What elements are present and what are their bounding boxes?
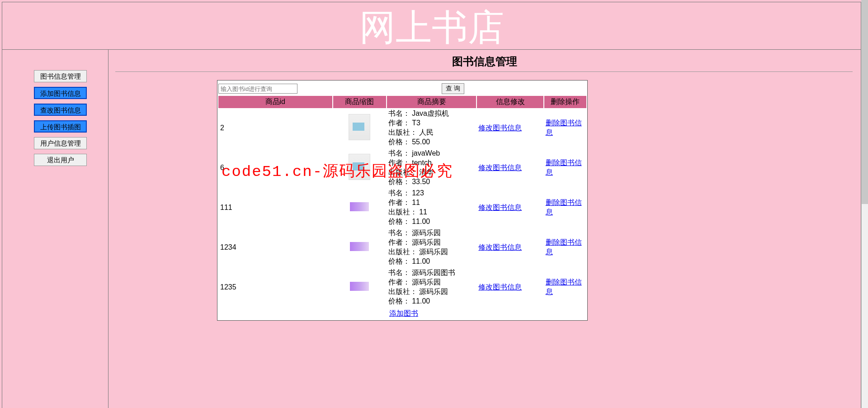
search-input[interactable] <box>218 84 297 94</box>
table-add-row: 添加图书 <box>218 307 586 319</box>
sidebar-item-1[interactable]: 添加图书信息 <box>34 87 87 99</box>
modify-book-link[interactable]: 修改图书信息 <box>478 204 522 211</box>
table-header-1: 商品缩图 <box>333 96 387 108</box>
site-title: 网上书店 <box>2 6 861 49</box>
table-header-3: 信息修改 <box>476 96 544 108</box>
cell-id: 2 <box>218 108 333 148</box>
cell-modify: 修改图书信息 <box>476 148 544 188</box>
cell-thumbnail <box>333 148 387 188</box>
delete-book-link[interactable]: 删除图书信息 <box>546 278 582 295</box>
table-row: 2书名： Java虚拟机作者： T3出版社： 人民价格： 55.00修改图书信息… <box>218 108 586 148</box>
cell-thumbnail <box>333 228 387 267</box>
cell-id: 111 <box>218 188 333 228</box>
cell-summary: 书名： 源码乐园作者： 源码乐园出版社： 源码乐园价格： 11.00 <box>387 228 476 267</box>
cell-modify: 修改图书信息 <box>476 108 544 148</box>
cell-summary: 书名： Java虚拟机作者： T3出版社： 人民价格： 55.00 <box>387 108 476 148</box>
modify-book-link[interactable]: 修改图书信息 <box>478 243 522 251</box>
cell-delete: 删除图书信息 <box>544 148 586 188</box>
cell-delete: 删除图书信息 <box>544 188 586 228</box>
table-row: 1234书名： 源码乐园作者： 源码乐园出版社： 源码乐园价格： 11.00修改… <box>218 228 586 267</box>
delete-book-link[interactable]: 删除图书信息 <box>546 119 582 136</box>
modify-book-link[interactable]: 修改图书信息 <box>478 283 522 291</box>
table-row: 6书名： javaWeb作者： tentch出版社： 清华价格： 33.50修改… <box>218 148 586 188</box>
book-thumbnail-icon <box>350 202 369 211</box>
sidebar: 图书信息管理添加图书信息查改图书信息上传图书插图用户信息管理退出用户 <box>2 50 108 408</box>
cell-delete: 删除图书信息 <box>544 228 586 267</box>
table-header-0: 商品id <box>218 96 333 108</box>
page-title: 图书信息管理 <box>108 50 861 71</box>
search-row: 查 询 <box>218 81 586 96</box>
search-button[interactable]: 查 询 <box>442 83 464 94</box>
book-thumbnail-icon <box>349 114 370 140</box>
cell-thumbnail <box>333 108 387 148</box>
table-row: 1235书名： 源码乐园图书作者： 源码乐园出版社： 源码乐园价格： 11.00… <box>218 267 586 307</box>
content-panel: 查 询 商品id商品缩图商品摘要信息修改删除操作 2书名： Java虚拟机作者：… <box>217 80 588 321</box>
cell-delete: 删除图书信息 <box>544 267 586 307</box>
book-thumbnail-icon <box>350 242 369 251</box>
sidebar-item-5[interactable]: 退出用户 <box>34 154 87 166</box>
add-book-link[interactable]: 添加图书 <box>389 309 418 317</box>
cell-summary: 书名： 源码乐园图书作者： 源码乐园出版社： 源码乐园价格： 11.00 <box>387 267 476 307</box>
cell-summary: 书名： javaWeb作者： tentch出版社： 清华价格： 33.50 <box>387 148 476 188</box>
sidebar-item-0[interactable]: 图书信息管理 <box>34 70 87 82</box>
cell-thumbnail <box>333 188 387 228</box>
sidebar-item-4[interactable]: 用户信息管理 <box>34 137 87 149</box>
cell-thumbnail <box>333 267 387 307</box>
cell-id: 1234 <box>218 228 333 267</box>
cell-modify: 修改图书信息 <box>476 188 544 228</box>
table-row: 111书名： 123作者： 11出版社： 11价格： 11.00修改图书信息删除… <box>218 188 586 228</box>
cell-modify: 修改图书信息 <box>476 228 544 267</box>
cell-id: 1235 <box>218 267 333 307</box>
book-table: 商品id商品缩图商品摘要信息修改删除操作 2书名： Java虚拟机作者： T3出… <box>218 96 586 319</box>
modify-book-link[interactable]: 修改图书信息 <box>478 124 522 132</box>
sidebar-item-3[interactable]: 上传图书插图 <box>34 120 87 133</box>
cell-id: 6 <box>218 148 333 188</box>
sidebar-item-2[interactable]: 查改图书信息 <box>34 104 87 116</box>
main-content: 图书信息管理 查 询 商品id商品缩图商品摘要信息修改删除操作 2书名： Jav… <box>108 50 861 408</box>
cell-modify: 修改图书信息 <box>476 267 544 307</box>
delete-book-link[interactable]: 删除图书信息 <box>546 238 582 256</box>
table-header-2: 商品摘要 <box>387 96 476 108</box>
cell-delete: 删除图书信息 <box>544 108 586 148</box>
vertical-scrollbar[interactable] <box>861 0 868 408</box>
table-header-4: 删除操作 <box>544 96 586 108</box>
delete-book-link[interactable]: 删除图书信息 <box>546 159 582 176</box>
book-thumbnail-icon <box>349 154 370 180</box>
header: 网上书店 <box>2 2 861 49</box>
modify-book-link[interactable]: 修改图书信息 <box>478 164 522 171</box>
delete-book-link[interactable]: 删除图书信息 <box>546 199 582 216</box>
divider <box>115 71 853 72</box>
book-thumbnail-icon <box>350 282 369 291</box>
cell-summary: 书名： 123作者： 11出版社： 11价格： 11.00 <box>387 188 476 228</box>
